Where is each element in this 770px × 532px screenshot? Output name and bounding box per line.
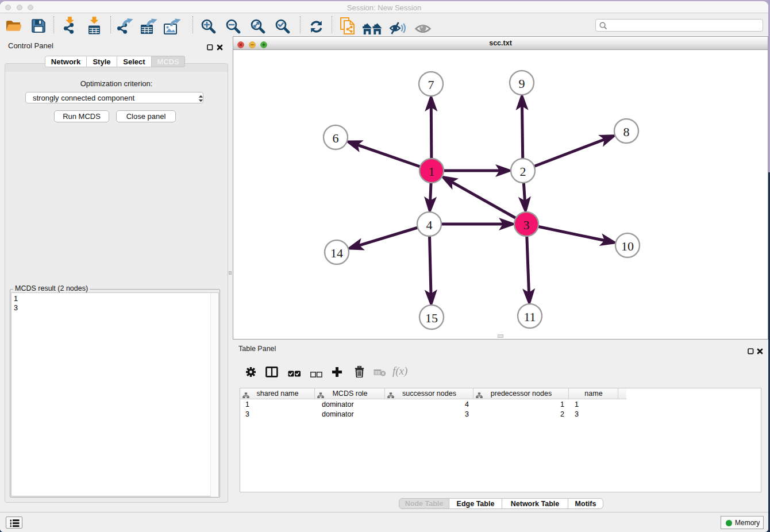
svg-text:11: 11 [523, 310, 536, 324]
svg-text:15: 15 [425, 311, 438, 325]
svg-text:3: 3 [523, 218, 530, 232]
svg-text:1: 1 [429, 164, 435, 179]
svg-text:8: 8 [623, 125, 630, 139]
svg-text:7: 7 [428, 78, 434, 92]
svg-text:2: 2 [520, 164, 526, 179]
svg-text:10: 10 [621, 239, 634, 253]
svg-text:14: 14 [330, 246, 343, 260]
svg-text:6: 6 [333, 131, 339, 145]
svg-text:9: 9 [519, 76, 525, 91]
svg-text:4: 4 [426, 218, 433, 232]
